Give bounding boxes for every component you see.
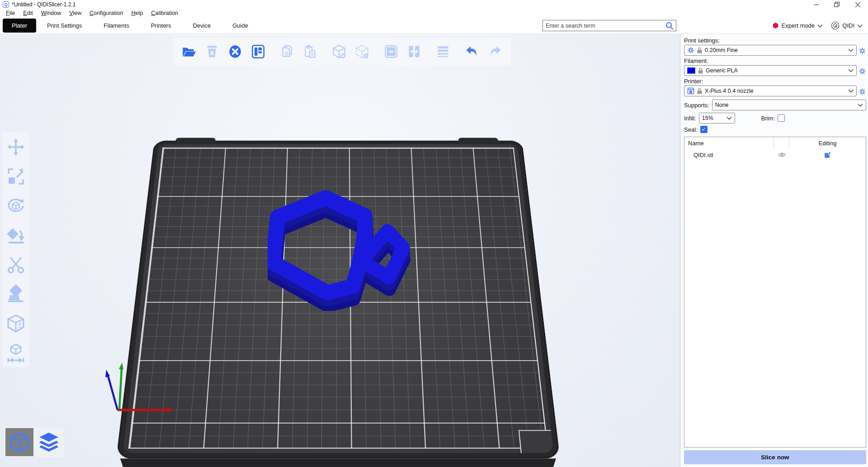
- account-menu[interactable]: QIDI: [831, 21, 863, 30]
- search-icon[interactable]: [665, 21, 674, 30]
- object-list-header: Name Editing: [684, 137, 866, 149]
- close-button[interactable]: [847, 0, 868, 9]
- split-parts-icon: [406, 44, 422, 59]
- brim-label: Brim:: [761, 115, 775, 122]
- seam-paint-tool[interactable]: [5, 283, 27, 305]
- supports-value: None: [715, 102, 855, 108]
- redo-icon: [487, 44, 503, 59]
- object-row[interactable]: QIDI.stl: [684, 149, 866, 161]
- menu-help[interactable]: Help: [127, 10, 147, 16]
- menubar: File Edit Window View Configuration Help…: [0, 9, 868, 17]
- scale-tool[interactable]: [5, 166, 27, 187]
- delete-all-icon: [227, 44, 243, 59]
- tabbar: Plater Print Settings Filaments Printers…: [0, 17, 868, 34]
- add-instance-button[interactable]: [330, 42, 349, 61]
- print-settings-gear-button[interactable]: [859, 47, 866, 55]
- expert-mode-icon: [772, 22, 779, 29]
- chevron-down-icon: [817, 24, 823, 28]
- cut-tool[interactable]: [5, 254, 27, 276]
- print-settings-select[interactable]: 0.20mm Fine: [684, 45, 857, 56]
- measure-tool[interactable]: [5, 342, 27, 364]
- delete-all-button[interactable]: [226, 42, 245, 61]
- copy-button[interactable]: [278, 42, 297, 61]
- undo-button[interactable]: [462, 42, 481, 61]
- menu-configuration[interactable]: Configuration: [85, 10, 127, 16]
- variable-layer-height-icon: [435, 44, 451, 59]
- mode-selector[interactable]: Expert mode: [772, 22, 823, 29]
- search-input[interactable]: [543, 23, 665, 29]
- viewport-3d[interactable]: [0, 34, 680, 467]
- bed-clip: [458, 138, 499, 145]
- chevron-down-icon: [848, 69, 854, 72]
- preview-view-button[interactable]: [35, 428, 63, 456]
- supports-select[interactable]: None: [712, 100, 866, 110]
- bed-notch: [519, 430, 554, 453]
- menu-view[interactable]: View: [65, 10, 85, 16]
- menu-calibration[interactable]: Calibration: [147, 10, 182, 16]
- paste-button[interactable]: [301, 42, 320, 61]
- print-settings-value: 0.20mm Fine: [705, 47, 845, 53]
- split-objects-button[interactable]: [382, 42, 401, 61]
- fuzzy-skin-tool[interactable]: [5, 313, 27, 334]
- restore-button[interactable]: [826, 0, 847, 9]
- add-instance-icon: [331, 44, 347, 59]
- open-folder-button[interactable]: [179, 42, 198, 61]
- model-qidi-stl[interactable]: [268, 183, 413, 311]
- arrange-button[interactable]: [249, 42, 268, 61]
- delete-button[interactable]: [203, 42, 222, 61]
- cut-icon: [6, 255, 26, 275]
- variable-layer-height-button[interactable]: [434, 42, 453, 61]
- chevron-down-icon: [848, 89, 854, 93]
- filament-select[interactable]: Generic PLA: [684, 65, 857, 76]
- fuzzy-skin-icon: [6, 314, 26, 334]
- menu-window[interactable]: Window: [37, 10, 65, 16]
- search-box[interactable]: [542, 20, 676, 31]
- tab-device[interactable]: Device: [182, 19, 222, 33]
- edit-object-icon[interactable]: [824, 152, 831, 158]
- move-tool[interactable]: [5, 136, 27, 158]
- printer-gear-button[interactable]: [859, 88, 866, 95]
- editor-view-button[interactable]: [5, 428, 33, 456]
- eye-icon[interactable]: [778, 152, 786, 157]
- seal-label: Seal:: [684, 126, 698, 133]
- brim-checkbox[interactable]: [778, 114, 785, 122]
- printer-value: X-Plus 4 0.4 nozzle: [705, 88, 845, 94]
- paste-icon: [302, 44, 318, 59]
- lock-icon: [698, 68, 703, 74]
- place-on-face-tool[interactable]: [5, 224, 27, 246]
- tab-printers[interactable]: Printers: [140, 19, 182, 33]
- redo-button[interactable]: [486, 42, 505, 61]
- split-objects-icon: [383, 44, 399, 59]
- tab-print-settings[interactable]: Print Settings: [36, 19, 93, 33]
- column-editing: Editing: [789, 140, 866, 147]
- printer-select[interactable]: X-Plus 4 0.4 nozzle: [684, 86, 857, 96]
- move-icon: [6, 137, 26, 157]
- filament-gear-button[interactable]: [859, 67, 866, 75]
- filament-color-swatch: [687, 67, 695, 74]
- qidi-avatar-icon: [831, 21, 840, 30]
- rotate-tool[interactable]: [5, 195, 27, 217]
- main-area: Print settings: 0.20mm Fine Filament: Ge…: [0, 34, 868, 467]
- supports-label: Supports:: [684, 102, 709, 109]
- slice-now-button[interactable]: Slice now: [684, 450, 866, 464]
- minimize-button[interactable]: [806, 0, 826, 9]
- filament-value: Generic PLA: [706, 67, 845, 74]
- chevron-down-icon: [848, 48, 854, 52]
- menu-edit[interactable]: Edit: [19, 10, 37, 16]
- layers-view-icon: [38, 431, 60, 453]
- seal-checkbox[interactable]: ✓: [700, 126, 708, 133]
- infill-select[interactable]: 15%: [699, 113, 735, 124]
- tab-plater[interactable]: Plater: [3, 19, 36, 33]
- scale-icon: [6, 167, 26, 186]
- chevron-down-icon: [857, 24, 863, 28]
- tab-guide[interactable]: Guide: [222, 19, 259, 33]
- menu-file[interactable]: File: [2, 10, 19, 16]
- sidebar-settings: Print settings: 0.20mm Fine Filament: Ge…: [680, 34, 868, 467]
- arrange-icon: [250, 44, 266, 59]
- remove-instance-button[interactable]: [353, 42, 372, 61]
- tab-filaments[interactable]: Filaments: [93, 19, 140, 33]
- print-settings-label: Print settings:: [684, 37, 866, 44]
- account-label: QIDI: [842, 22, 854, 29]
- split-parts-button[interactable]: [405, 42, 424, 61]
- seam-paint-icon: [6, 284, 26, 304]
